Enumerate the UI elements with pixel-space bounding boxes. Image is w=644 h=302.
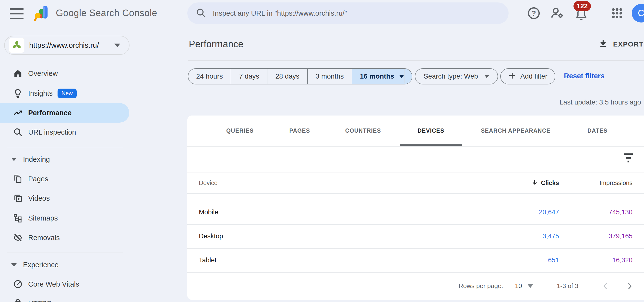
card-divider bbox=[187, 193, 644, 194]
collapse-triangle-icon bbox=[11, 158, 17, 161]
question-glyph: ? bbox=[532, 9, 536, 17]
site-favicon bbox=[9, 38, 24, 53]
date-range-3-months[interactable]: 3 months bbox=[307, 69, 352, 84]
column-header-impressions[interactable]: Impressions bbox=[600, 173, 632, 193]
table-header-row: Device Clicks Impressions bbox=[187, 173, 644, 193]
sidebar-item-https[interactable]: HTTPS bbox=[0, 297, 129, 302]
section-title: Experience bbox=[23, 261, 58, 269]
sidebar-item-label: Videos bbox=[28, 194, 50, 202]
help-button[interactable]: ? bbox=[526, 6, 541, 20]
tab-search-appearance[interactable]: SEARCH APPEARANCE bbox=[481, 115, 550, 146]
search-console-logo-icon bbox=[34, 4, 52, 23]
sidebar-item-sitemaps[interactable]: Sitemaps bbox=[0, 208, 129, 228]
impressions-cell: 745,130 bbox=[608, 200, 632, 224]
sidebar-item-videos[interactable]: Videos bbox=[0, 188, 129, 208]
app-title: Google Search Console bbox=[56, 8, 157, 18]
tab-devices[interactable]: DEVICES bbox=[418, 115, 444, 146]
account-avatar[interactable]: C bbox=[632, 4, 644, 22]
table-row[interactable]: Desktop 3,475 379,165 bbox=[187, 224, 644, 248]
add-filter-button[interactable]: Add filter bbox=[500, 68, 555, 84]
header-divider bbox=[188, 60, 644, 61]
google-search-console-app: Google Search Console ? bbox=[0, 0, 644, 302]
sitemap-tree-icon bbox=[13, 213, 23, 223]
date-range-segmented-control: 24 hours 7 days 28 days 3 months 16 mont… bbox=[188, 68, 412, 84]
speedometer-icon bbox=[13, 279, 23, 289]
sidebar-item-pages[interactable]: Pages bbox=[0, 169, 129, 189]
sidebar-item-label: Pages bbox=[28, 175, 48, 183]
sort-arrow-down-icon bbox=[531, 179, 538, 187]
sidebar-section-experience[interactable]: Experience bbox=[0, 255, 58, 275]
date-range-24-hours[interactable]: 24 hours bbox=[188, 69, 231, 84]
user-settings-button[interactable] bbox=[550, 6, 565, 20]
sidebar-item-url-inspection[interactable]: URL inspection bbox=[0, 122, 129, 142]
notification-count-badge: 122 bbox=[574, 1, 591, 11]
previous-page-button[interactable] bbox=[600, 281, 610, 291]
report-tabs: QUERIES PAGES COUNTRIES DEVICES SEARCH A… bbox=[187, 115, 644, 146]
sidebar-section-indexing[interactable]: Indexing bbox=[0, 150, 50, 169]
table-row[interactable]: Tablet 651 16,320 bbox=[187, 248, 644, 272]
sidebar-item-label: Sitemaps bbox=[28, 214, 58, 222]
devices-report-card: QUERIES PAGES COUNTRIES DEVICES SEARCH A… bbox=[187, 115, 644, 300]
url-inspect-search-bar[interactable] bbox=[187, 2, 508, 24]
date-range-28-days[interactable]: 28 days bbox=[267, 69, 307, 84]
rows-per-page-label: Rows per page: bbox=[459, 282, 503, 290]
tab-pages[interactable]: PAGES bbox=[290, 115, 310, 146]
tab-countries[interactable]: COUNTRIES bbox=[345, 115, 381, 146]
sidebar-item-label: Performance bbox=[28, 109, 72, 117]
menu-icon[interactable] bbox=[10, 8, 24, 19]
avatar-initial: C bbox=[638, 8, 644, 18]
sidebar-item-insights[interactable]: Insights New bbox=[0, 83, 129, 103]
clicks-cell: 3,475 bbox=[542, 224, 559, 248]
rows-per-page-value[interactable]: 10 bbox=[515, 282, 522, 290]
video-icon bbox=[13, 193, 23, 203]
search-icon bbox=[196, 7, 206, 19]
card-divider bbox=[187, 146, 644, 147]
sidebar-divider bbox=[7, 253, 123, 253]
next-page-button[interactable] bbox=[625, 281, 635, 291]
lightbulb-icon bbox=[13, 88, 23, 98]
sidebar-item-label: Insights bbox=[28, 89, 53, 97]
reset-filters-link[interactable]: Reset filters bbox=[564, 72, 604, 80]
pagination-range: 1-3 of 3 bbox=[557, 282, 578, 290]
date-range-7-days[interactable]: 7 days bbox=[231, 69, 267, 84]
plus-icon bbox=[508, 71, 516, 81]
sidebar-item-overview[interactable]: Overview bbox=[0, 64, 129, 83]
date-range-16-months[interactable]: 16 months bbox=[352, 69, 412, 84]
impressions-cell: 16,320 bbox=[612, 248, 632, 272]
google-apps-grid-icon[interactable] bbox=[610, 6, 624, 20]
clicks-cell: 651 bbox=[548, 248, 559, 272]
sidebar-divider bbox=[7, 147, 123, 147]
impressions-cell: 379,165 bbox=[608, 224, 632, 248]
last-update-text: Last update: 3.5 hours ago bbox=[560, 98, 641, 106]
sidebar-item-performance[interactable]: Performance bbox=[0, 103, 129, 123]
property-url: https://www.orchis.ru/ bbox=[29, 41, 99, 49]
home-icon bbox=[13, 68, 23, 78]
new-badge: New bbox=[58, 89, 77, 98]
column-header-device[interactable]: Device bbox=[199, 173, 218, 193]
tab-dates[interactable]: DATES bbox=[588, 115, 608, 146]
filter-list-icon[interactable] bbox=[624, 152, 633, 163]
lock-icon bbox=[13, 297, 23, 302]
table-row[interactable]: Mobile 20,647 745,130 bbox=[187, 200, 644, 224]
section-title: Indexing bbox=[23, 155, 50, 163]
active-tab-underline bbox=[400, 144, 462, 146]
sidebar-item-label: HTTPS bbox=[28, 300, 52, 302]
sidebar-item-core-web-vitals[interactable]: Core Web Vitals bbox=[0, 274, 129, 294]
sidebar-item-label: URL inspection bbox=[28, 128, 76, 136]
search-input[interactable] bbox=[213, 9, 494, 17]
search-type-dropdown[interactable]: Search type: Web bbox=[415, 68, 498, 84]
sidebar-item-label: Removals bbox=[28, 234, 60, 242]
device-cell: Tablet bbox=[199, 248, 216, 272]
sidebar-item-removals[interactable]: Removals bbox=[0, 228, 129, 248]
eye-off-icon bbox=[13, 233, 23, 243]
collapse-triangle-icon bbox=[11, 263, 17, 267]
export-label: EXPORT bbox=[613, 40, 644, 48]
pages-icon bbox=[13, 174, 23, 184]
rows-per-page-dropdown-icon[interactable] bbox=[528, 284, 533, 288]
chevron-down-icon bbox=[114, 43, 120, 47]
property-selector[interactable]: https://www.orchis.ru/ bbox=[4, 36, 130, 55]
export-button[interactable]: EXPORT bbox=[598, 39, 644, 50]
tab-queries[interactable]: QUERIES bbox=[226, 115, 254, 146]
column-header-clicks[interactable]: Clicks bbox=[531, 173, 559, 193]
device-cell: Desktop bbox=[199, 224, 223, 248]
